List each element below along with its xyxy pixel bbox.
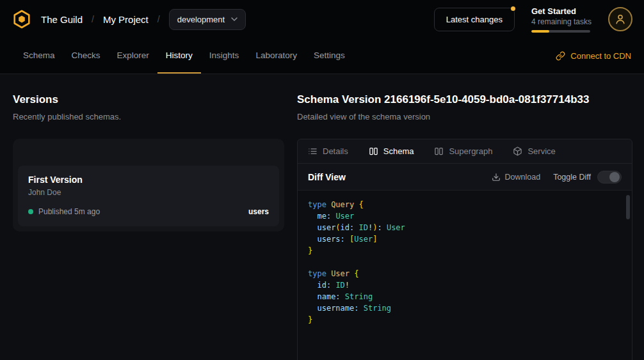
detail-tab-schema[interactable]: Schema: [369, 146, 414, 156]
columns-icon: [434, 146, 444, 156]
download-icon: [492, 173, 501, 182]
code-block: type Query { me: User user(id: ID!): Use…: [308, 199, 622, 325]
link-icon: [556, 51, 565, 61]
versions-title: Versions: [13, 93, 284, 106]
detail-tab-service[interactable]: Service: [513, 146, 555, 156]
latest-changes-label: Latest changes: [446, 15, 503, 24]
diff-view-toolbar: Diff View Download Toggle Diff: [298, 164, 632, 191]
tab-label: Schema: [23, 51, 55, 60]
tab-label: Explorer: [117, 51, 149, 60]
tab-settings[interactable]: Settings: [305, 38, 353, 74]
tab-history[interactable]: History: [157, 38, 201, 74]
latest-changes-button[interactable]: Latest changes: [434, 8, 515, 31]
version-status: Published 5m ago: [38, 207, 100, 216]
columns-icon: [369, 146, 378, 156]
connect-to-cdn-link[interactable]: Connect to CDN: [556, 38, 631, 74]
main-content: Versions Recently published schemas. Fir…: [0, 74, 644, 360]
toggle-diff-switch[interactable]: [597, 171, 622, 184]
tab-label: Checks: [72, 51, 101, 60]
get-started-title: Get Started: [531, 6, 592, 16]
tab-label: Laboratory: [255, 51, 297, 60]
breadcrumb-org[interactable]: The Guild: [41, 14, 83, 25]
version-author: John Doe: [28, 188, 269, 197]
version-detail-title: Schema Version 2166196f-5e10-4059-bd0a-0…: [297, 93, 632, 106]
environment-dropdown-value: development: [177, 15, 225, 24]
version-list-item[interactable]: First Version John Doe Published 5m ago …: [18, 166, 279, 226]
get-started-progress: [531, 30, 590, 33]
version-detail-subtitle: Detailed view of the schema version: [297, 112, 632, 121]
tab-label: Insights: [209, 51, 239, 60]
detail-tab-label: Service: [527, 146, 555, 156]
tab-label: History: [166, 51, 193, 60]
diff-view-title: Diff View: [308, 172, 346, 182]
version-detail-section: Schema Version 2166196f-5e10-4059-bd0a-0…: [297, 93, 632, 360]
download-label: Download: [505, 173, 541, 182]
get-started-progress-fill: [531, 30, 549, 33]
tab-checks[interactable]: Checks: [63, 38, 109, 74]
get-started-subtitle: 4 remaining tasks: [531, 17, 592, 26]
service-badge: users: [248, 207, 269, 216]
top-bar: The Guild / My Project / development Lat…: [0, 0, 644, 38]
download-button[interactable]: Download: [492, 173, 541, 182]
detail-tab-label: Schema: [383, 146, 414, 156]
detail-tab-label: Supergraph: [449, 146, 492, 156]
tab-laboratory[interactable]: Laboratory: [247, 38, 305, 74]
main-navigation: Schema Checks Explorer History Insights …: [0, 38, 644, 74]
version-name: First Version: [28, 175, 269, 185]
detail-tab-label: Details: [323, 146, 348, 156]
vertical-scrollbar-thumb[interactable]: [626, 195, 630, 219]
tab-schema[interactable]: Schema: [15, 38, 63, 74]
version-detail-panel: Details Schema Sup: [297, 139, 632, 360]
breadcrumb-project[interactable]: My Project: [103, 14, 149, 25]
switch-knob: [609, 172, 620, 182]
published-status-dot: [28, 209, 33, 214]
chevron-down-icon: [231, 17, 237, 21]
breadcrumb-separator: /: [157, 14, 160, 24]
tab-insights[interactable]: Insights: [201, 38, 248, 74]
get-started-widget[interactable]: Get Started 4 remaining tasks: [531, 6, 592, 33]
toggle-diff-label: Toggle Diff: [553, 173, 591, 182]
detail-tab-supergraph[interactable]: Supergraph: [434, 146, 492, 156]
box-icon: [513, 146, 522, 156]
person-icon: [614, 13, 627, 26]
notification-dot: [511, 6, 515, 11]
schema-code-viewer: type Query { me: User user(id: ID!): Use…: [298, 191, 632, 360]
detail-tab-details[interactable]: Details: [308, 146, 348, 156]
connect-to-cdn-label: Connect to CDN: [570, 51, 631, 61]
tab-label: Settings: [314, 51, 345, 60]
versions-subtitle: Recently published schemas.: [13, 112, 284, 121]
versions-section: Versions Recently published schemas. Fir…: [13, 93, 284, 360]
breadcrumb-separator: /: [92, 14, 94, 24]
versions-card: First Version John Doe Published 5m ago …: [13, 139, 284, 231]
detail-tabs: Details Schema Sup: [298, 139, 632, 164]
tab-explorer[interactable]: Explorer: [109, 38, 157, 74]
environment-dropdown[interactable]: development: [169, 9, 246, 30]
hive-logo-icon[interactable]: [12, 9, 32, 29]
user-avatar[interactable]: [608, 7, 632, 31]
list-icon: [308, 146, 318, 156]
